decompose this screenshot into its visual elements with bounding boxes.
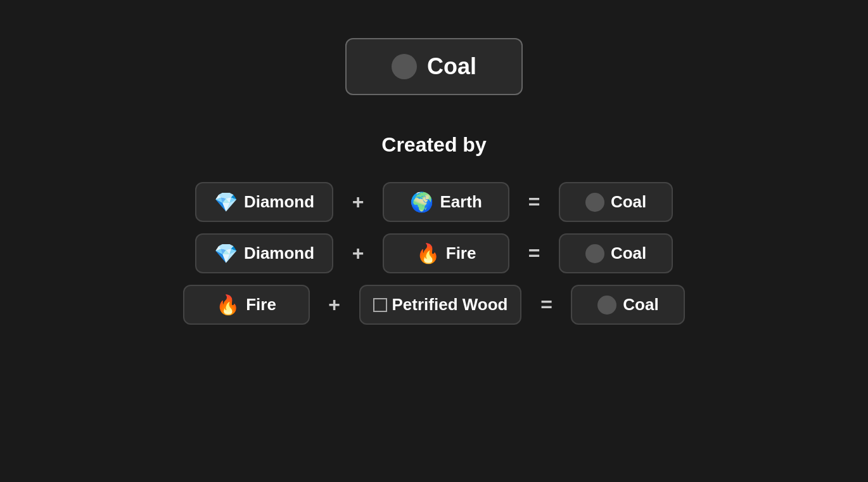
header-coal-label: Coal bbox=[427, 53, 476, 80]
plus-operator-2: + bbox=[348, 242, 367, 265]
recipe-2-result-label: Coal bbox=[611, 244, 646, 263]
fire-icon-2: 🔥 bbox=[216, 296, 239, 315]
recipe-1-result[interactable]: Coal bbox=[559, 182, 673, 222]
coal-result-icon-2 bbox=[585, 244, 604, 263]
diamond-icon-1: 💎 bbox=[214, 193, 238, 212]
petrified-wood-icon bbox=[373, 298, 387, 312]
recipe-2-ingredient2-label: Fire bbox=[446, 244, 476, 263]
recipe-3-result[interactable]: Coal bbox=[571, 285, 685, 325]
recipe-2-ingredient1[interactable]: 💎 Diamond bbox=[195, 233, 333, 273]
recipe-3-ingredient2[interactable]: Petrified Wood bbox=[359, 285, 522, 325]
recipe-3-ingredient1-label: Fire bbox=[246, 295, 276, 315]
equals-operator-2: = bbox=[525, 242, 544, 265]
recipe-1-ingredient1[interactable]: 💎 Diamond bbox=[195, 182, 333, 222]
coal-result-icon-1 bbox=[585, 193, 604, 212]
diamond-icon-2: 💎 bbox=[214, 244, 238, 263]
recipe-row-2: 💎 Diamond + 🔥 Fire = Coal bbox=[195, 233, 673, 273]
earth-icon: 🌍 bbox=[410, 193, 433, 212]
recipe-3-ingredient1[interactable]: 🔥 Fire bbox=[183, 285, 310, 325]
recipe-row-3: 🔥 Fire + Petrified Wood = Coal bbox=[183, 285, 686, 325]
plus-operator-3: + bbox=[325, 293, 344, 316]
recipe-2-ingredient1-label: Diamond bbox=[244, 244, 314, 263]
recipe-1-ingredient2-label: Earth bbox=[440, 192, 482, 212]
recipe-2-ingredient2[interactable]: 🔥 Fire bbox=[383, 233, 509, 273]
recipe-3-result-label: Coal bbox=[623, 295, 658, 315]
recipe-1-ingredient1-label: Diamond bbox=[244, 192, 314, 212]
plus-operator-1: + bbox=[348, 190, 367, 214]
petrified-wood-content: Petrified Wood bbox=[373, 295, 508, 315]
recipe-2-result[interactable]: Coal bbox=[559, 233, 673, 273]
coal-result-icon-3 bbox=[597, 296, 616, 315]
equals-operator-3: = bbox=[537, 293, 556, 316]
recipe-row-1: 💎 Diamond + 🌍 Earth = Coal bbox=[195, 182, 673, 222]
recipes-container: 💎 Diamond + 🌍 Earth = Coal 💎 Diamond + 🔥… bbox=[183, 182, 686, 325]
recipe-1-result-label: Coal bbox=[611, 192, 646, 212]
coal-icon bbox=[392, 54, 417, 79]
header-coal-badge[interactable]: Coal bbox=[345, 38, 523, 95]
equals-operator-1: = bbox=[525, 190, 544, 214]
recipe-3-ingredient2-label: Petrified Wood bbox=[392, 295, 508, 315]
fire-icon-1: 🔥 bbox=[416, 244, 440, 263]
created-by-title: Created by bbox=[381, 133, 486, 157]
recipe-1-ingredient2[interactable]: 🌍 Earth bbox=[383, 182, 509, 222]
